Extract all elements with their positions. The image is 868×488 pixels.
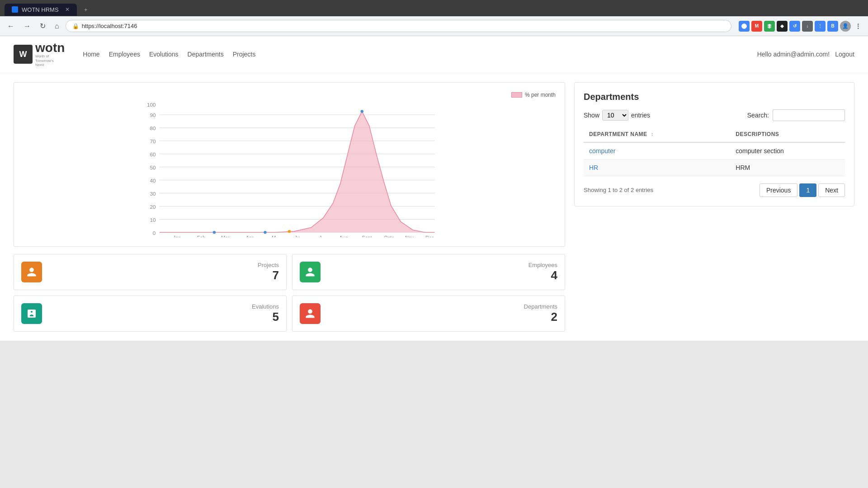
svg-text:10: 10 (150, 216, 156, 222)
svg-text:Dec: Dec (425, 235, 434, 237)
svg-text:Octo: Octo (384, 235, 394, 237)
ext-icon-1[interactable] (739, 21, 750, 32)
page-wrapper: W wotn Worth of Tomorrow's Need Home Emp… (0, 36, 868, 341)
svg-text:Apr: Apr (246, 235, 254, 237)
col-dept-name[interactable]: DEPARTMENT NAME ↕ (584, 127, 730, 142)
nav-links: Home Employees Evolutions Departments Pr… (83, 51, 757, 58)
chart-svg: 0 10 20 30 40 50 60 70 80 90 100 (23, 102, 556, 237)
back-button[interactable]: ← (5, 20, 17, 32)
logo-text: wotn (35, 42, 65, 54)
logo-icon: W (19, 50, 27, 59)
ext-icon-7[interactable]: ⋮ (815, 21, 826, 32)
svg-text:30: 30 (150, 191, 156, 197)
reload-button[interactable]: ↻ (37, 20, 48, 32)
stat-card-departments[interactable]: Departments 2 (292, 296, 565, 332)
search-label: Search: (747, 112, 769, 119)
departments-stat-info: Departments 2 (328, 303, 557, 324)
dept-desc-cell: computer section (730, 142, 845, 160)
svg-text:Ju: Ju (294, 235, 299, 237)
chart-card: % per month 0 10 20 30 40 50 60 70 80 (14, 82, 565, 247)
logout-button[interactable]: Logout (835, 51, 854, 58)
ext-icon-2[interactable]: M (751, 21, 762, 32)
svg-text:Mar: Mar (221, 235, 230, 237)
departments-stat-label: Departments (328, 303, 557, 310)
table-controls: Show 10 25 50 100 entries Search: (584, 109, 845, 121)
nav-employees[interactable]: Employees (109, 51, 140, 58)
nav-projects[interactable]: Projects (233, 51, 256, 58)
nav-departments[interactable]: Departments (188, 51, 224, 58)
svg-text:90: 90 (150, 112, 156, 118)
chart-legend-color (511, 92, 522, 98)
browser-chrome: WOTN HRMS ✕ + ← → ↻ ⌂ 🔒 https://localhos… (0, 0, 868, 36)
pagination: Previous 1 Next (760, 183, 845, 197)
lock-icon: 🔒 (72, 23, 79, 29)
svg-text:M: M (272, 235, 276, 237)
home-button[interactable]: ⌂ (52, 20, 62, 32)
projects-info: Projects 7 (49, 262, 279, 282)
url-text: https://localhost:7146 (82, 23, 137, 29)
navigation: W wotn Worth of Tomorrow's Need Home Emp… (0, 36, 868, 73)
stat-card-evaluations[interactable]: Evalutions 5 (14, 296, 287, 332)
forward-button[interactable]: → (21, 20, 33, 32)
logo[interactable]: W wotn Worth of Tomorrow's Need (14, 42, 65, 67)
show-label: Show (584, 112, 599, 119)
tab-title: WOTN HRMS (22, 6, 59, 13)
departments-stat-value: 2 (328, 310, 557, 324)
table-row: HR HRM (584, 159, 845, 176)
projects-label: Projects (49, 262, 279, 268)
svg-text:60: 60 (150, 151, 156, 157)
departments-icon (300, 303, 321, 324)
profile-icon[interactable]: 👤 (840, 21, 851, 32)
entries-select[interactable]: 10 25 50 100 (602, 110, 628, 121)
svg-text:Nov: Nov (405, 235, 414, 237)
ext-icon-6[interactable]: ↓ (802, 21, 813, 32)
stat-card-employees[interactable]: Employees 4 (292, 254, 565, 290)
show-entries: Show 10 25 50 100 entries (584, 110, 650, 121)
ext-icon-4[interactable]: ◆ (777, 21, 788, 32)
right-panel: Departments Show 10 25 50 100 entries Se (574, 82, 854, 332)
ext-icon-5[interactable]: ↺ (789, 21, 800, 32)
next-button[interactable]: Next (818, 183, 845, 197)
active-tab[interactable]: WOTN HRMS ✕ (5, 4, 77, 16)
svg-point-21 (213, 231, 216, 234)
ext-icon-8[interactable]: B (827, 21, 838, 32)
svg-text:Feb: Feb (197, 235, 205, 237)
employees-label: Employees (328, 262, 557, 268)
dept-name-cell: HR (584, 159, 730, 176)
projects-value: 7 (49, 268, 279, 282)
sort-icon: ↕ (651, 131, 654, 137)
address-bar[interactable]: 🔒 https://localhost:7146 (66, 20, 731, 32)
greeting-text: Hello admin@admin.com! (757, 51, 830, 58)
page-1-button[interactable]: 1 (799, 183, 816, 197)
nav-right: Hello admin@admin.com! Logout (757, 51, 854, 58)
departments-card: Departments Show 10 25 50 100 entries Se (574, 82, 854, 206)
dept-name-link[interactable]: computer (589, 147, 615, 155)
svg-point-24 (361, 110, 363, 113)
table-header-row: DEPARTMENT NAME ↕ DESCRIPTIONS (584, 127, 845, 142)
svg-text:Jan: Jan (173, 235, 181, 237)
stats-grid: Projects 7 Employees 4 (14, 254, 565, 332)
new-tab-button[interactable]: + (77, 4, 95, 16)
employees-info: Employees 4 (328, 262, 557, 282)
nav-home[interactable]: Home (83, 51, 99, 58)
entries-label: entries (631, 112, 650, 119)
dept-name-link[interactable]: HR (589, 164, 598, 171)
ext-icon-3[interactable] (764, 21, 775, 32)
svg-text:Sept: Sept (362, 235, 372, 237)
main-content: % per month 0 10 20 30 40 50 60 70 80 (0, 73, 868, 341)
search-box: Search: (747, 109, 845, 121)
nav-evolutions[interactable]: Evolutions (149, 51, 179, 58)
menu-button[interactable]: ⋮ (853, 21, 863, 32)
search-input[interactable] (773, 109, 845, 121)
tab-close-button[interactable]: ✕ (65, 6, 70, 13)
evaluations-icon (21, 303, 42, 324)
svg-text:20: 20 (150, 204, 156, 210)
browser-toolbar: ← → ↻ ⌂ 🔒 https://localhost:7146 M ◆ ↺ ↓… (0, 16, 868, 36)
svg-text:0: 0 (153, 230, 156, 235)
previous-button[interactable]: Previous (760, 183, 797, 197)
stat-card-projects[interactable]: Projects 7 (14, 254, 287, 290)
table-info: Showing 1 to 2 of 2 entries (584, 187, 653, 193)
svg-point-23 (288, 230, 291, 233)
extensions-area: M ◆ ↺ ↓ ⋮ B 👤 ⋮ (739, 21, 863, 32)
dept-desc-cell: HRM (730, 159, 845, 176)
